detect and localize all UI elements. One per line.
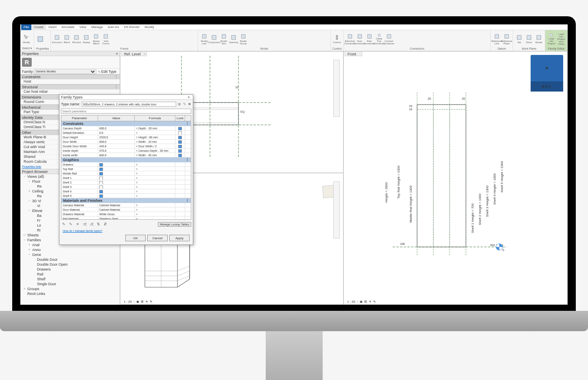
param-row[interactable]: Carcass Depth600.0= Depth - 20 mm xyxy=(61,126,191,131)
tab-d5render[interactable]: D5 Render xyxy=(122,24,142,30)
revolve-button[interactable]: Revolve xyxy=(72,33,81,45)
tree-item[interactable]: Double Door Open xyxy=(20,262,120,267)
close-icon[interactable]: × xyxy=(144,52,146,57)
blend-button[interactable]: Blend xyxy=(62,33,71,45)
void-button[interactable]: Void Forms xyxy=(101,33,110,45)
refline-button[interactable]: Reference Line xyxy=(492,33,501,45)
component-button[interactable]: Component xyxy=(210,33,219,45)
param-section[interactable]: Constraints⋮ xyxy=(61,121,191,126)
param-row[interactable]: Door Height2520.0= Height - 80 mm xyxy=(61,135,191,140)
cancel-button[interactable]: Cancel xyxy=(147,235,168,241)
edit-type-button[interactable]: ✎ Edit Type xyxy=(96,70,118,74)
refplane-button[interactable]: Reference Plane xyxy=(502,33,511,45)
param-row[interactable]: Top Rail= xyxy=(61,167,191,171)
prop-row[interactable]: Host xyxy=(20,79,120,84)
tab-view[interactable]: View xyxy=(77,24,89,30)
prop-section[interactable]: Structural⋮ xyxy=(20,84,120,90)
set-button[interactable]: Set xyxy=(515,33,524,45)
opening-button[interactable]: Opening xyxy=(229,33,238,45)
modeltext-button[interactable]: Model Text xyxy=(219,33,228,45)
tab-addins[interactable]: Add-Ins xyxy=(105,24,122,30)
conduit-button[interactable]: Conduit Connector xyxy=(385,33,393,45)
tab-file[interactable]: File xyxy=(21,24,31,30)
param-row[interactable]: Shelf 5= xyxy=(61,194,191,198)
col-formula[interactable]: Formula xyxy=(135,116,175,121)
search-input[interactable] xyxy=(61,109,191,114)
prop-row[interactable]: Can host rebar xyxy=(20,90,120,94)
sweptblend-button[interactable]: Swept Blend xyxy=(92,33,101,45)
load-button[interactable]: Load into Project xyxy=(547,33,556,45)
param-row[interactable]: Shelf 2= xyxy=(61,180,191,185)
family-types-help-link[interactable]: How do I manage family types? xyxy=(61,229,191,233)
param-row[interactable]: Door MaterialCabinet Material= xyxy=(61,207,191,212)
tree-item[interactable]: +Groups xyxy=(20,286,120,291)
param-row[interactable]: Double Door Width445.0= Door Width / 2 xyxy=(61,144,191,149)
sort-asc-icon[interactable]: ⇅ xyxy=(96,221,101,227)
param-row[interactable]: Drawers MaterialWhite Gloss= xyxy=(61,212,191,216)
modify-param-icon[interactable]: ✎ xyxy=(68,221,74,227)
tree-item[interactable]: Rail xyxy=(20,272,120,277)
move-down-icon[interactable]: ↓E xyxy=(89,221,94,227)
cable-button[interactable]: Cable Tray Connector xyxy=(375,33,384,45)
tree-item[interactable]: Double Door xyxy=(20,257,120,262)
move-up-icon[interactable]: ↑E xyxy=(82,221,87,227)
type-name-input[interactable] xyxy=(82,102,176,107)
elec-button[interactable]: Electrical Connector xyxy=(345,33,354,45)
tree-item[interactable]: Shelf xyxy=(20,277,120,282)
tab-create[interactable]: Create xyxy=(31,24,46,30)
tab-insert[interactable]: Insert xyxy=(46,24,59,30)
param-section[interactable]: Graphics⋮ xyxy=(61,157,191,162)
new-type-icon[interactable]: 🗎 xyxy=(178,102,181,106)
tab-annotate[interactable]: Annotate xyxy=(59,24,77,30)
view-control-bar[interactable]: 1 : 20▫◉⊞☀✎ xyxy=(347,300,376,304)
col-lock[interactable]: Lock xyxy=(175,116,185,121)
duct-button[interactable]: Duct Connector xyxy=(355,33,364,45)
control-button[interactable]: Control xyxy=(332,33,341,45)
viewer-button[interactable]: Viewer xyxy=(534,33,543,45)
param-row[interactable]: Inside depth570.0= Carcass Depth - 30 mm xyxy=(61,149,191,153)
param-row[interactable]: Shelf 3= xyxy=(61,185,191,189)
sort-desc-icon[interactable]: ⇵ xyxy=(103,221,108,227)
tree-item[interactable]: Revit Links xyxy=(20,291,120,296)
param-row[interactable]: Carcass MaterialCabinet Material= xyxy=(61,203,191,207)
navigation-bar[interactable] xyxy=(333,181,340,238)
viewport-front[interactable]: Front R RVT xyxy=(343,51,568,305)
delete-type-icon[interactable]: ✖ xyxy=(188,102,191,106)
param-row[interactable]: Drawers= xyxy=(61,162,191,167)
param-row[interactable]: Rail MaterialStainless Steel= xyxy=(61,216,191,220)
apply-button[interactable]: Apply xyxy=(169,235,190,241)
close-icon[interactable]: × xyxy=(186,95,191,99)
close-icon[interactable]: × xyxy=(116,51,118,56)
ok-button[interactable]: OK xyxy=(125,235,146,241)
navigation-bar[interactable] xyxy=(333,60,340,117)
param-row[interactable]: Inside width860.0= Width - 40 mm xyxy=(61,153,191,157)
sweep-button[interactable]: Sweep xyxy=(82,33,91,45)
tree-item[interactable]: +Anno xyxy=(20,247,120,252)
loadclose-button[interactable]: Load into Project and Close xyxy=(557,33,566,45)
param-row[interactable]: Shelf 4= xyxy=(61,189,191,194)
family-select[interactable]: Generic Models xyxy=(34,69,96,74)
param-row[interactable]: Shelf 1= xyxy=(61,176,191,180)
param-section[interactable]: Materials and Finishes⋮ xyxy=(61,198,191,203)
tree-item[interactable]: Drawers xyxy=(20,267,120,272)
modify-button[interactable]: Modify xyxy=(22,33,31,44)
properties-button[interactable] xyxy=(36,33,45,45)
col-parameter[interactable]: Parameter xyxy=(61,116,98,121)
modelgroup-button[interactable]: Model Group xyxy=(239,33,248,45)
tab-manage[interactable]: Manage xyxy=(89,24,105,30)
delete-param-icon[interactable]: ✕ xyxy=(75,221,81,227)
param-row[interactable]: Door Width890.0= Width - 10 mm xyxy=(61,140,191,144)
tab-modify[interactable]: Modify xyxy=(142,24,157,30)
show-button[interactable]: Show xyxy=(525,33,533,45)
new-param-icon[interactable]: ✎ xyxy=(61,221,67,227)
param-row[interactable]: Middle Rail= xyxy=(61,171,191,176)
view-control-bar[interactable]: 1 : 20▫◉⊞☀✎ xyxy=(124,300,153,304)
tree-item[interactable]: Single Door xyxy=(20,282,120,286)
extrusion-button[interactable]: Extrusion xyxy=(52,33,61,45)
prop-section[interactable]: Constraints⋮ xyxy=(20,74,120,79)
rename-type-icon[interactable]: ✎ xyxy=(183,102,186,106)
col-value[interactable]: Value xyxy=(98,116,135,121)
manage-lookup-button[interactable]: Manage Lookup Tables xyxy=(158,222,191,227)
pipe-button[interactable]: Pipe Connector xyxy=(365,33,374,45)
tree-item[interactable]: −Gene xyxy=(20,252,120,257)
